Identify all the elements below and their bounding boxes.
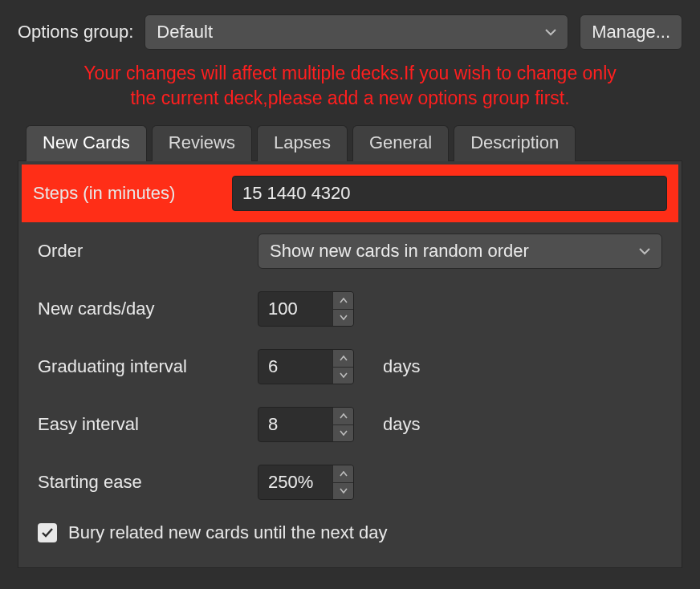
options-group-value: Default	[157, 22, 213, 43]
warning-line1: Your changes will affect multiple decks.…	[83, 63, 617, 83]
days-suffix: days	[383, 414, 420, 435]
tab-lapses[interactable]: Lapses	[257, 125, 348, 161]
tab-reviews[interactable]: Reviews	[152, 125, 252, 161]
easy-interval-label: Easy interval	[38, 414, 245, 435]
order-label: Order	[38, 241, 245, 262]
options-group-select[interactable]: Default	[144, 14, 568, 50]
spinner-up-button[interactable]	[333, 465, 353, 483]
tab-description[interactable]: Description	[454, 125, 576, 161]
dialog-body: Options group: Default Manage... Your ch…	[0, 0, 700, 568]
spinner-up-button[interactable]	[333, 292, 353, 310]
chevron-down-icon	[639, 247, 650, 255]
starting-ease-spinner[interactable]: 250%	[258, 465, 354, 500]
tab-general[interactable]: General	[352, 125, 449, 161]
graduating-interval-value: 6	[258, 356, 332, 377]
new-cards-day-label: New cards/day	[38, 299, 245, 319]
new-cards-day-value: 100	[258, 299, 332, 319]
new-cards-day-spinner[interactable]: 100	[258, 291, 354, 327]
manage-button-label: Manage...	[592, 22, 670, 43]
steps-label: Steps (in minutes)	[33, 183, 224, 204]
spinner-up-button[interactable]	[333, 408, 353, 425]
graduating-interval-spinner[interactable]: 6	[258, 349, 354, 384]
order-select[interactable]: Show new cards in random order	[258, 234, 662, 269]
graduating-interval-label: Graduating interval	[38, 356, 245, 377]
spinner-down-button[interactable]	[333, 368, 353, 384]
spinner-buttons	[332, 350, 353, 384]
order-value: Show new cards in random order	[270, 241, 529, 262]
days-suffix: days	[383, 356, 420, 377]
easy-interval-value: 8	[258, 414, 332, 435]
starting-ease-value: 250%	[258, 472, 332, 493]
header-row: Options group: Default Manage...	[18, 14, 682, 50]
spinner-buttons	[332, 408, 353, 441]
spinner-up-button[interactable]	[333, 350, 353, 368]
bury-checkbox[interactable]	[38, 523, 57, 542]
warning-line2: the current deck,please add a new option…	[130, 87, 569, 108]
warning-text: Your changes will affect multiple decks.…	[22, 61, 678, 111]
tab-panel: Steps (in minutes) Order Show new cards …	[18, 160, 682, 568]
chevron-down-icon	[545, 28, 556, 36]
spinner-down-button[interactable]	[333, 310, 353, 327]
steps-highlight: Steps (in minutes)	[22, 165, 678, 222]
options-group-label: Options group:	[18, 22, 133, 43]
spinner-buttons	[332, 292, 353, 326]
spinner-down-button[interactable]	[333, 425, 353, 442]
spinner-down-button[interactable]	[333, 483, 353, 500]
starting-ease-label: Starting ease	[38, 472, 245, 493]
manage-button[interactable]: Manage...	[580, 14, 682, 50]
steps-input[interactable]	[232, 176, 667, 211]
tab-bar: New Cards Reviews Lapses General Descrip…	[26, 125, 682, 161]
easy-interval-spinner[interactable]: 8	[258, 407, 354, 442]
bury-label: Bury related new cards until the next da…	[68, 522, 387, 543]
tab-new-cards[interactable]: New Cards	[26, 125, 147, 161]
spinner-buttons	[332, 465, 353, 499]
